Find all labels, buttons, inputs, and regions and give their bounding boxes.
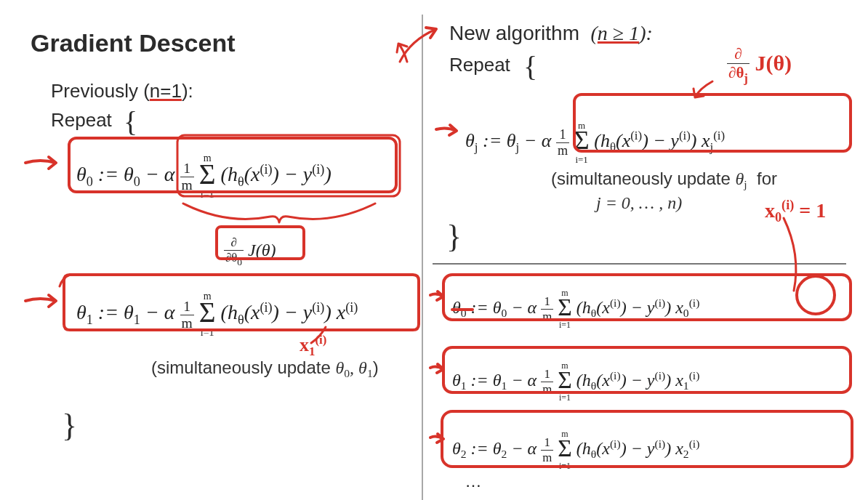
hand-x0-eq1: x0(i) = 1	[765, 198, 826, 225]
formula-theta1-left: θ1 := θ1 − α 1m mΣi=1 (hθ(x(i)) − y(i)) …	[76, 291, 358, 339]
brace-close-right: }	[446, 218, 462, 255]
brace-under-theta0	[183, 203, 375, 222]
new-algo-label: New algorithm (n ≥ 1):	[449, 22, 653, 45]
formula-thetaj-right: θj := θj − α 1m mΣi=1 (hθ(x(i)) − y(i)) …	[465, 120, 725, 166]
formula-theta1-right: θ1 := θ1 − α 1m mΣi=1 (hθ(x(i)) − y(i)) …	[452, 360, 699, 403]
arrow-back-left	[397, 44, 407, 62]
arrow-left-theta0	[25, 157, 56, 169]
simul-note-left: (simultaneously update θ0, θ1)	[151, 358, 379, 380]
arrow-right-theta0	[430, 291, 443, 300]
brace-open-left: {	[124, 105, 137, 139]
arrow-left-theta1	[25, 295, 56, 307]
arrow-right-theta1	[430, 364, 443, 373]
arrow-x0-curve	[784, 218, 796, 291]
arrow-deriv-down	[694, 81, 712, 97]
prev-suffix: ):	[182, 80, 193, 102]
new-algo-text: New algorithm	[449, 22, 579, 44]
dots-right: …	[465, 472, 481, 491]
hand-x1-left: x1(i)	[300, 333, 326, 359]
repeat-right: Repeat	[449, 54, 510, 76]
arrow-to-new	[400, 29, 436, 62]
formula-theta0-left: θ0 := θ0 − α 1m mΣi=1 (hθ(x(i)) − y(i))	[76, 153, 331, 201]
prev-n: n=1	[150, 80, 182, 102]
deriv-label-left: ∂∂θ0 J(θ)	[224, 235, 276, 268]
right-separator-line	[433, 263, 846, 265]
formula-theta0-right: θ0 := θ0 − α 1m mΣi=1 (hθ(x(i)) − y(i)) …	[452, 288, 699, 331]
brace-open-right: {	[523, 49, 537, 84]
hand-deriv-right: ∂∂θj J(θ)	[727, 45, 792, 86]
box-left-theta1-ear	[60, 275, 70, 286]
prev-prefix: Previously (	[51, 80, 150, 102]
arrow-right-theta2	[430, 434, 443, 443]
repeat-left: Repeat	[51, 109, 112, 132]
slide-root: Gradient Descent Previously (n=1): Repea…	[0, 0, 868, 500]
page-title: Gradient Descent	[31, 29, 236, 57]
simul1-right: (simultaneously update θj for	[551, 169, 777, 191]
arrow-right-thetaj	[436, 125, 457, 135]
formula-theta2-right: θ2 := θ2 − α 1m mΣi=1 (hθ(x(i)) − y(i)) …	[452, 429, 699, 472]
brace-close-left: }	[62, 407, 77, 444]
circle-x0-right	[797, 276, 835, 314]
arrowhead-to-new	[426, 28, 436, 38]
center-divider	[422, 15, 423, 500]
simul2-right: j = 0, … , n)	[596, 193, 682, 213]
previously-label: Previously (n=1):	[51, 80, 193, 102]
